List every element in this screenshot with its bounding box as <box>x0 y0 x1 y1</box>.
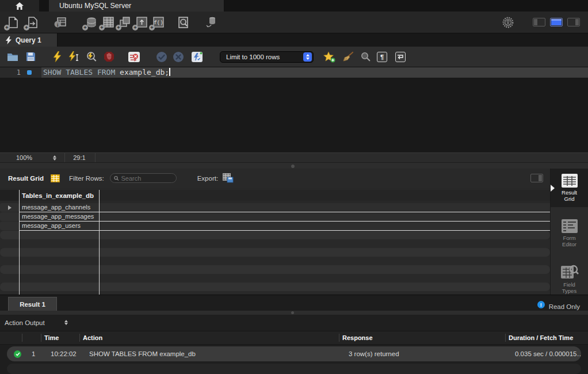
search-objects-button[interactable] <box>176 15 191 30</box>
execute-current-button[interactable] <box>67 50 81 64</box>
create-function-icon: f() <box>153 17 164 28</box>
empty-row <box>0 231 550 239</box>
stop-button[interactable] <box>102 50 116 64</box>
time-column-header[interactable]: Time <box>41 334 79 342</box>
mysql-workbench-window: Ubuntu MySQL Server i <box>0 0 588 374</box>
toggle-autocommit-button[interactable] <box>190 50 204 64</box>
open-file-button[interactable] <box>6 50 20 64</box>
selected-arrow-icon <box>551 185 555 192</box>
find-button[interactable] <box>358 50 372 64</box>
commit-button[interactable] <box>155 50 169 64</box>
open-sql-script-icon <box>28 17 38 28</box>
result-view-sidebar: Result Grid Form Editor Field Types <box>550 169 588 295</box>
toggle-sidebar-panel-button[interactable] <box>530 174 543 182</box>
table-cell[interactable]: message_app_messages <box>19 212 99 222</box>
success-check-icon <box>14 350 21 358</box>
row-limit-value: Limit to 1000 rows <box>226 54 280 60</box>
pilcrow-icon: ¶ <box>377 52 387 62</box>
form-editor-icon <box>561 219 578 234</box>
grid-header-row[interactable]: Tables_in_example_db <box>0 190 550 201</box>
sql-editor[interactable]: 1 SHOW TABLES FROM example_db; <box>0 67 588 152</box>
grid-column-header[interactable]: Tables_in_example_db <box>19 192 94 199</box>
explain-button[interactable] <box>85 50 98 64</box>
row-gutter[interactable] <box>0 203 19 212</box>
home-tab[interactable] <box>0 0 39 12</box>
new-sql-script-icon <box>8 17 18 28</box>
toggle-bottom-panel-button[interactable] <box>550 18 563 26</box>
sidebar-item-form-editor[interactable]: Form Editor <box>551 214 588 253</box>
toggle-left-panel-button[interactable] <box>533 18 545 26</box>
status-column-header[interactable] <box>0 334 22 342</box>
create-procedure-icon <box>136 17 147 28</box>
result-grid-icon <box>561 173 578 188</box>
toggle-right-panel-button[interactable] <box>567 18 580 26</box>
duration-column-header[interactable]: Duration / Fetch Time <box>505 334 588 342</box>
info-icon[interactable]: ! <box>537 301 545 308</box>
wrap-text-button[interactable] <box>394 50 407 64</box>
result-grid-toolbar: Result Grid Filter Rows: Export: <box>0 169 550 188</box>
show-invisibles-button[interactable]: ¶ <box>375 50 389 64</box>
create-procedure-button[interactable] <box>134 15 149 30</box>
editor-zoom-value: 100% <box>16 154 32 161</box>
inspector-button[interactable]: i <box>53 15 68 30</box>
empty-row <box>0 248 550 257</box>
filter-search-input[interactable] <box>121 175 172 182</box>
open-sql-script-button[interactable] <box>25 15 40 30</box>
sidebar-item-field-types[interactable]: Field Types <box>551 259 588 299</box>
create-schema-icon <box>86 17 97 28</box>
create-view-button[interactable] <box>117 15 132 30</box>
tab-result-1[interactable]: Result 1 <box>8 297 57 311</box>
row-gutter[interactable] <box>0 222 19 230</box>
grid-divider-2[interactable] <box>99 190 100 295</box>
table-row[interactable]: message_app_users <box>0 222 550 231</box>
query-toolbar: Limit to 1000 rows <box>0 47 588 67</box>
table-cell[interactable]: message_app_users <box>19 222 99 231</box>
inspector-icon: i <box>54 17 67 28</box>
action-output-title: Action Output <box>5 319 45 326</box>
index-column-header[interactable] <box>22 334 41 342</box>
create-schema-button[interactable] <box>84 15 99 30</box>
execute-current-icon <box>69 51 79 62</box>
execute-button[interactable] <box>50 50 64 64</box>
code-line-1[interactable]: 1 SHOW TABLES FROM example_db; <box>0 67 588 78</box>
settings-gear-button[interactable] <box>501 15 516 30</box>
action-column-header[interactable]: Action <box>79 334 339 342</box>
response-column-header[interactable]: Response <box>339 334 505 342</box>
table-row[interactable]: message_app_messages <box>0 212 550 222</box>
server-connection-tab[interactable]: Ubuntu MySQL Server <box>49 0 224 12</box>
editor-result-splitter[interactable] <box>0 162 588 169</box>
add-snippet-button[interactable] <box>323 50 337 64</box>
save-floppy-icon <box>26 52 36 62</box>
export-recordset-icon[interactable] <box>223 173 234 183</box>
sidebar-item-result-grid[interactable]: Result Grid <box>551 169 588 207</box>
row-status-cell <box>14 350 29 358</box>
create-function-button[interactable]: f() <box>151 15 166 30</box>
grid-rows: message_app_channelsmessage_app_messages… <box>0 203 550 295</box>
action-output-row[interactable]: 1 10:22:02 SHOW TABLES FROM example_db 3… <box>7 346 581 361</box>
table-cell[interactable]: message_app_channels <box>19 203 99 212</box>
code-text[interactable]: SHOW TABLES FROM example_db; <box>41 67 588 78</box>
sql-identifier: example_db; <box>120 68 169 77</box>
export-label: Export: <box>197 175 218 182</box>
save-button[interactable] <box>24 50 37 64</box>
row-limit-select[interactable]: Limit to 1000 rows <box>220 51 314 63</box>
row-time-cell: 10:22:02 <box>48 350 86 357</box>
table-row[interactable]: message_app_channels <box>0 203 550 212</box>
filter-search-box[interactable] <box>110 173 177 183</box>
new-sql-script-button[interactable] <box>6 15 21 30</box>
action-output-column-headers: Time Action Response Duration / Fetch Ti… <box>0 331 588 345</box>
empty-row <box>0 283 550 291</box>
editor-gutter: 1 <box>0 67 41 78</box>
caret-position: 29:1 <box>73 154 85 161</box>
create-table-button[interactable] <box>101 15 116 30</box>
row-gutter[interactable] <box>0 212 19 221</box>
toggle-stop-on-error-button[interactable] <box>127 50 141 64</box>
zoom-stepper[interactable] <box>53 155 56 161</box>
connection-button[interactable] <box>204 15 219 30</box>
tab-query-1[interactable]: Query 1 <box>0 33 58 47</box>
grid-columns-icon[interactable] <box>51 174 60 182</box>
result-output-splitter[interactable] <box>0 311 588 315</box>
beautify-button[interactable] <box>341 50 355 64</box>
rollback-button[interactable] <box>171 50 185 64</box>
output-selector-stepper[interactable] <box>64 320 68 325</box>
